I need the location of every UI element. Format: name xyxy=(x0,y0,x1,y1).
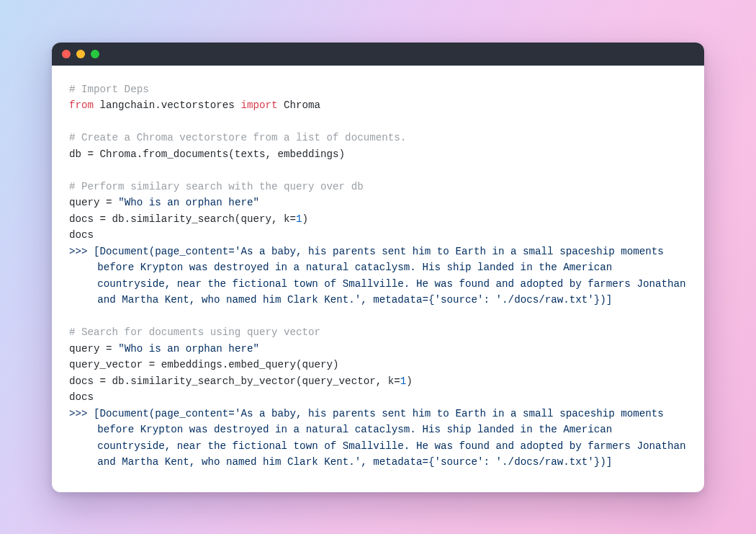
out1-suf: })] xyxy=(594,294,613,306)
out1-pre: [Document(page_content= xyxy=(94,246,235,257)
docs2-b: ) xyxy=(406,375,413,387)
close-icon[interactable] xyxy=(62,50,71,58)
window-titlebar xyxy=(52,43,704,66)
comment-import: # Import Deps xyxy=(69,84,149,95)
out2-meta-key: 'source' xyxy=(434,456,483,468)
maximize-icon[interactable] xyxy=(91,50,99,58)
out2-suf: })] xyxy=(594,456,613,468)
code-window: # Import Deps from langchain.vectorstore… xyxy=(52,43,704,492)
query1-string: "Who is an orphan here" xyxy=(118,197,259,208)
out2-pre: [Document(page_content= xyxy=(94,408,235,419)
query2-string: "Who is an orphan here" xyxy=(118,343,259,355)
minimize-icon[interactable] xyxy=(76,50,85,58)
docs-var-2: docs xyxy=(69,391,94,403)
import-chroma: Chroma xyxy=(278,99,321,111)
comment-vector-search: # Search for documents using query vecto… xyxy=(69,326,320,338)
out1-meta-key: 'source' xyxy=(434,294,483,306)
docs2-k: 1 xyxy=(400,375,407,387)
code-block: # Import Deps from langchain.vectorstore… xyxy=(52,66,704,492)
repl-prompt-1: >>> xyxy=(69,246,94,257)
docs1-k: 1 xyxy=(296,213,302,225)
comment-create: # Create a Chroma vectorstore from a lis… xyxy=(69,132,406,143)
docs1-a: docs = db.similarity_search(query, k= xyxy=(69,213,296,225)
line-db: db = Chroma.from_documents(texts, embedd… xyxy=(69,148,345,160)
output-block-2: >>> [Document(page_content='As a baby, h… xyxy=(69,406,687,471)
qvec-line: query_vector = embeddings.embed_query(qu… xyxy=(69,359,339,370)
out2-mid2: : xyxy=(484,456,496,468)
out1-meta-val: './docs/raw.txt' xyxy=(496,294,594,306)
comment-sim-search: # Perform similary search with the query… xyxy=(69,181,364,192)
query1-lhs: query = xyxy=(69,197,118,208)
module-path: langchain.vectorstores xyxy=(94,99,240,111)
docs-var-1: docs xyxy=(69,229,94,241)
docs1-b: ) xyxy=(302,213,309,225)
query2-lhs: query = xyxy=(69,343,118,355)
repl-prompt-2: >>> xyxy=(69,408,94,419)
keyword-from: from xyxy=(69,99,94,111)
out2-mid: , metadata={ xyxy=(361,456,434,468)
output-block-1: >>> [Document(page_content='As a baby, h… xyxy=(69,244,687,308)
out1-mid: , metadata={ xyxy=(361,294,434,306)
out2-meta-val: './docs/raw.txt' xyxy=(496,456,594,468)
keyword-import: import xyxy=(240,99,277,111)
docs2-a: docs = db.similarity_search_by_vector(qu… xyxy=(69,375,400,387)
out1-mid2: : xyxy=(484,294,496,306)
